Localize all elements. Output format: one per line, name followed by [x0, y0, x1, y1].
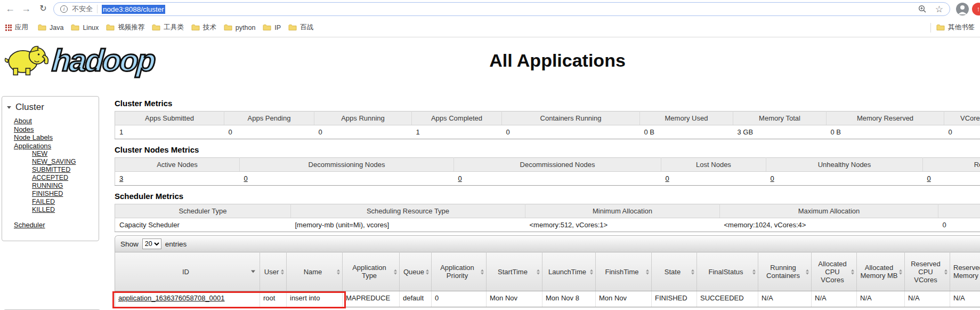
folder-icon: [263, 24, 271, 31]
sidebar-item-new[interactable]: NEW: [32, 150, 99, 158]
forward-icon[interactable]: →: [19, 2, 33, 15]
sidebar-item-running[interactable]: RUNNING: [32, 182, 99, 190]
column-header: Apps Pending: [224, 112, 314, 125]
sort-icon[interactable]: [481, 269, 484, 275]
update-badge-icon[interactable]: ↑: [972, 3, 980, 15]
column-header-label: Decommissioned Nodes: [520, 161, 595, 169]
sidebar-item-scheduler[interactable]: Scheduler: [14, 221, 99, 229]
apps-shortcut[interactable]: 应用: [5, 23, 28, 32]
table-row: 300000: [115, 172, 980, 186]
sidebar-item-node-labels[interactable]: Node Labels: [14, 133, 99, 142]
column-header: Memory Used: [640, 112, 733, 125]
cell-link[interactable]: 0: [927, 174, 931, 182]
apps-grid-icon: [5, 25, 12, 31]
column-header[interactable]: FinishTime: [596, 252, 652, 291]
bookmark-folder[interactable]: 工具类: [152, 23, 184, 32]
column-header[interactable]: Reserved CPU VCores: [905, 252, 950, 291]
column-header[interactable]: Running Containers: [758, 252, 812, 291]
address-bar[interactable]: i 不安全 node3:8088/cluster ☆: [53, 2, 950, 16]
info-icon[interactable]: i: [60, 5, 68, 13]
column-header[interactable]: ID: [115, 252, 260, 291]
sidebar-item-finished[interactable]: FINISHED: [32, 190, 99, 198]
column-header[interactable]: FinalStatus: [697, 252, 758, 291]
sort-icon[interactable]: [806, 269, 809, 275]
column-header[interactable]: Name: [287, 252, 343, 291]
column-header-label: Scheduler Type: [179, 207, 226, 215]
bookmark-folder[interactable]: 视频推荐: [106, 23, 144, 32]
column-header-label: Apps Submitted: [145, 114, 194, 122]
reload-icon[interactable]: ↻: [36, 2, 50, 15]
sidebar-cluster-header[interactable]: Cluster: [2, 100, 99, 117]
column-header: Maximum Allocation: [720, 204, 938, 218]
column-header[interactable]: StartTime: [487, 252, 542, 291]
cell-link[interactable]: 0: [458, 174, 462, 182]
sort-up-arrow: [899, 269, 902, 272]
cluster-nodes-metrics-heading: Cluster Nodes Metrics: [115, 145, 980, 155]
sort-icon[interactable]: [691, 269, 694, 275]
sort-icon[interactable]: [646, 269, 649, 275]
bookmark-folder[interactable]: IP: [263, 24, 281, 31]
sort-desc-icon[interactable]: [251, 271, 255, 273]
sort-up-arrow: [426, 269, 429, 272]
sort-icon[interactable]: [590, 269, 593, 275]
cell: N/A: [758, 291, 812, 307]
sort-icon[interactable]: [752, 269, 756, 275]
sort-icon[interactable]: [281, 269, 284, 275]
main-content: Cluster Metrics Apps SubmittedApps Pendi…: [115, 96, 980, 307]
column-header: Memory Reserved: [827, 112, 944, 125]
cell-link[interactable]: 0: [244, 174, 248, 182]
sort-icon[interactable]: [394, 269, 397, 275]
column-header[interactable]: LaunchTime: [542, 252, 596, 291]
cell-link[interactable]: application_1636376058708_0001: [118, 294, 225, 302]
column-header[interactable]: Queue: [400, 252, 432, 291]
column-header: Apps Completed: [412, 112, 502, 125]
column-header-label: FinalStatus: [708, 268, 743, 276]
bookmark-folder[interactable]: python: [224, 24, 256, 31]
sidebar-item-accepted[interactable]: ACCEPTED: [32, 174, 99, 182]
sort-icon[interactable]: [944, 269, 947, 275]
cell: 0: [432, 291, 487, 307]
cell: 1: [115, 125, 224, 139]
profile-avatar-icon[interactable]: [956, 3, 969, 15]
bookmark-folder[interactable]: Linux: [71, 24, 99, 31]
other-bookmarks[interactable]: 其他书签: [936, 23, 975, 32]
column-header[interactable]: Reserved Memory MB: [950, 252, 980, 291]
sidebar-item-new_saving[interactable]: NEW_SAVING: [32, 158, 99, 166]
url-text[interactable]: node3:8088/cluster: [102, 5, 165, 14]
column-header[interactable]: State: [652, 252, 697, 291]
cell: 0 B: [640, 125, 733, 139]
cell: N/A: [905, 291, 950, 307]
entries-select[interactable]: 20: [142, 239, 161, 249]
cell: 1: [412, 125, 502, 139]
sort-icon[interactable]: [337, 269, 340, 275]
sort-icon[interactable]: [537, 269, 540, 275]
sort-icon[interactable]: [426, 269, 429, 275]
sidebar-item-applications[interactable]: Applications: [14, 142, 99, 150]
bookmark-folder[interactable]: 技术: [191, 23, 216, 32]
sidebar-item-about[interactable]: About: [14, 117, 99, 125]
column-header[interactable]: User: [260, 252, 287, 291]
sort-icon[interactable]: [851, 269, 854, 275]
sidebar-item-killed[interactable]: KILLED: [32, 206, 99, 214]
bookmark-folder[interactable]: Java: [38, 24, 63, 31]
sort-icon[interactable]: [899, 269, 902, 275]
sort-down-arrow: [337, 273, 340, 275]
back-icon[interactable]: ←: [3, 2, 17, 15]
sidebar-item-submitted[interactable]: SUBMITTED: [32, 166, 99, 174]
sidebar-item-failed[interactable]: FAILED: [32, 198, 99, 206]
column-header[interactable]: Application Priority: [432, 252, 487, 291]
column-header[interactable]: Allocated Memory MB: [857, 252, 905, 291]
cell-link[interactable]: 0: [771, 174, 774, 182]
bookmark-folder[interactable]: 百战: [288, 23, 313, 32]
zoom-icon[interactable]: [918, 5, 927, 13]
sort-up-arrow: [646, 269, 649, 272]
column-header[interactable]: Application Type: [343, 252, 400, 291]
column-header[interactable]: Allocated CPU VCores: [812, 252, 857, 291]
cell: 0: [944, 125, 980, 139]
cell-link[interactable]: 3: [119, 174, 123, 182]
sidebar-item-nodes[interactable]: Nodes: [14, 125, 99, 134]
column-header-label: Apps Running: [341, 114, 385, 122]
cell-link[interactable]: 0: [666, 174, 669, 182]
column-header-label: FinishTime: [605, 268, 638, 276]
bookmark-star-icon[interactable]: ☆: [935, 4, 943, 15]
